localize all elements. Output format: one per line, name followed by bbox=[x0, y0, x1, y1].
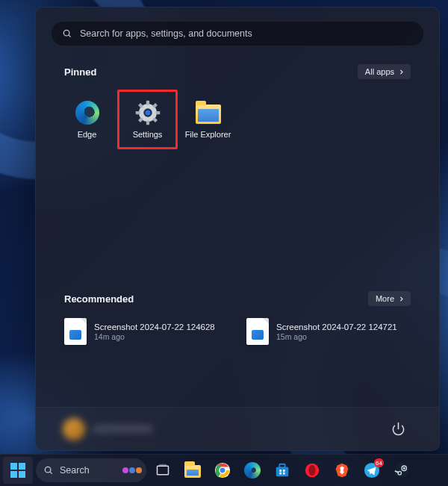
windows-logo-icon bbox=[10, 463, 25, 478]
task-view-icon bbox=[155, 463, 170, 478]
svg-point-33 bbox=[394, 463, 409, 478]
more-label: More bbox=[376, 294, 394, 303]
start-menu-panel: Search for apps, settings, and documents… bbox=[35, 7, 440, 451]
svg-rect-19 bbox=[158, 466, 169, 475]
search-placeholder: Search for apps, settings, and documents bbox=[80, 28, 252, 39]
svg-rect-29 bbox=[283, 473, 285, 475]
image-file-icon bbox=[246, 318, 269, 345]
taskbar: Search 64 bbox=[0, 454, 448, 486]
taskbar-app-microsoft-store[interactable] bbox=[269, 457, 296, 484]
taskbar-app-chrome[interactable] bbox=[209, 457, 236, 484]
start-search-input[interactable]: Search for apps, settings, and documents bbox=[51, 21, 424, 46]
recommended-title-text: Screenshot 2024-07-22 124721 bbox=[276, 323, 397, 331]
pinned-label: Settings bbox=[133, 130, 163, 139]
brave-icon bbox=[334, 462, 350, 479]
search-icon bbox=[62, 28, 72, 39]
store-icon bbox=[274, 462, 290, 479]
svg-line-1 bbox=[69, 35, 71, 37]
taskbar-app-telegram[interactable]: 64 bbox=[358, 457, 385, 484]
edge-icon bbox=[75, 100, 100, 125]
start-footer bbox=[36, 407, 439, 450]
svg-rect-4 bbox=[146, 121, 149, 125]
user-name bbox=[93, 425, 152, 433]
svg-point-35 bbox=[403, 467, 405, 470]
recommended-subtext: 14m ago bbox=[94, 332, 215, 341]
pinned-label: Edge bbox=[78, 130, 97, 139]
svg-rect-6 bbox=[155, 111, 160, 114]
taskbar-app-steam[interactable] bbox=[388, 457, 415, 484]
taskbar-app-edge[interactable] bbox=[239, 457, 266, 484]
svg-rect-28 bbox=[279, 473, 281, 475]
svg-point-12 bbox=[145, 110, 150, 115]
pinned-app-file-explorer[interactable]: File Explorer bbox=[178, 90, 238, 149]
search-icon bbox=[43, 465, 54, 476]
pinned-label: File Explorer bbox=[185, 130, 231, 139]
opera-icon bbox=[304, 462, 320, 479]
power-button[interactable] bbox=[385, 417, 411, 442]
pinned-section-header: Pinned All apps bbox=[36, 64, 439, 79]
gear-icon bbox=[135, 100, 161, 125]
pinned-grid: Edge bbox=[36, 79, 439, 149]
svg-rect-24 bbox=[276, 467, 289, 476]
pinned-title: Pinned bbox=[64, 66, 96, 78]
svg-rect-27 bbox=[283, 470, 285, 472]
power-icon bbox=[391, 422, 405, 436]
recommended-item[interactable]: Screenshot 2024-07-22 124628 14m ago bbox=[63, 317, 230, 346]
edge-icon bbox=[244, 462, 261, 479]
chrome-icon bbox=[214, 462, 231, 479]
taskbar-app-opera[interactable] bbox=[299, 457, 326, 484]
all-apps-label: All apps bbox=[365, 67, 394, 76]
svg-line-18 bbox=[50, 472, 52, 474]
start-button[interactable] bbox=[3, 457, 33, 484]
recommended-subtext: 15m ago bbox=[276, 332, 397, 341]
taskbar-app-file-explorer[interactable] bbox=[179, 457, 206, 484]
recommended-title: Recommended bbox=[64, 293, 134, 305]
search-decoration-icon bbox=[122, 467, 142, 473]
svg-point-0 bbox=[63, 30, 69, 36]
taskbar-app-taskview[interactable] bbox=[149, 457, 176, 484]
taskbar-search-label: Search bbox=[60, 465, 90, 476]
recommended-title-text: Screenshot 2024-07-22 124628 bbox=[94, 323, 215, 331]
taskbar-app-brave[interactable] bbox=[329, 457, 355, 484]
notification-badge: 64 bbox=[374, 458, 384, 467]
chevron-right-icon bbox=[398, 296, 405, 302]
recommended-grid: Screenshot 2024-07-22 124628 14m ago Scr… bbox=[36, 306, 439, 346]
taskbar-search[interactable]: Search bbox=[36, 458, 146, 482]
folder-icon bbox=[196, 100, 221, 125]
image-file-icon bbox=[64, 318, 87, 345]
svg-rect-5 bbox=[135, 111, 140, 114]
svg-point-17 bbox=[45, 467, 51, 473]
recommended-item[interactable]: Screenshot 2024-07-22 124721 15m ago bbox=[245, 317, 412, 346]
avatar bbox=[63, 418, 85, 440]
all-apps-button[interactable]: All apps bbox=[358, 64, 411, 79]
svg-rect-20 bbox=[159, 464, 167, 467]
user-account-button[interactable] bbox=[63, 418, 152, 440]
svg-rect-25 bbox=[279, 464, 284, 468]
pinned-app-settings[interactable]: Settings bbox=[117, 90, 178, 149]
chevron-right-icon bbox=[398, 69, 405, 75]
pinned-app-edge[interactable]: Edge bbox=[57, 90, 117, 149]
folder-icon bbox=[184, 465, 201, 478]
svg-rect-3 bbox=[146, 101, 149, 105]
more-button[interactable]: More bbox=[368, 291, 411, 306]
svg-point-31 bbox=[308, 465, 315, 476]
steam-icon bbox=[393, 462, 410, 479]
svg-rect-26 bbox=[279, 470, 281, 472]
recommended-section-header: Recommended More bbox=[36, 291, 439, 306]
